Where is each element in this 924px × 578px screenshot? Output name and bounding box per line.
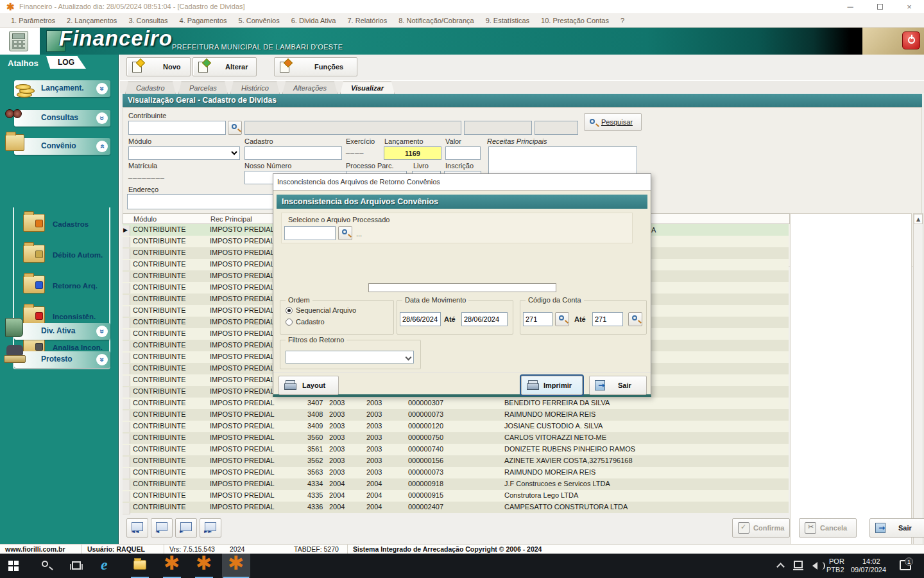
file-explorer-button[interactable] bbox=[126, 554, 154, 578]
menu-item[interactable]: ? bbox=[615, 14, 630, 27]
table-row[interactable]: CONTRIBUINTE IMPOSTO PREDIAL 3561 2003 2… bbox=[123, 444, 789, 455]
menu-item[interactable]: 9. Estatísticas bbox=[480, 14, 535, 27]
app-window-2-button[interactable]: ✱ bbox=[190, 554, 218, 578]
menu-item[interactable]: 5. Convênios bbox=[233, 14, 286, 27]
language-indicator[interactable]: POR PTB2 bbox=[826, 554, 850, 578]
col-rec-principal[interactable]: Rec Principal bbox=[210, 215, 252, 223]
conta-from-input[interactable] bbox=[523, 312, 552, 326]
contribuinte-search-button[interactable] bbox=[228, 121, 242, 135]
alterar-button[interactable]: Alterar bbox=[193, 57, 257, 76]
chevron-down-icon[interactable]: » bbox=[96, 326, 108, 337]
lancamento-input[interactable]: 1169 bbox=[384, 146, 441, 160]
sidebar-group-divida-ativa[interactable]: Div. Ativa » bbox=[14, 323, 110, 340]
valor-input[interactable] bbox=[445, 146, 481, 160]
tab[interactable]: Visualizar bbox=[340, 82, 395, 94]
chevron-down-icon[interactable]: » bbox=[96, 354, 108, 365]
exercicio-input[interactable]: ____ bbox=[346, 146, 379, 160]
table-row[interactable]: CONTRIBUINTE IMPOSTO PREDIAL 4335 2004 2… bbox=[123, 490, 789, 502]
sidebar-group-consultas[interactable]: Consultas » bbox=[14, 110, 110, 127]
funcoes-button[interactable]: Funções bbox=[274, 57, 357, 76]
taskbar-search-button[interactable] bbox=[32, 554, 60, 578]
chevron-down-icon[interactable]: » bbox=[96, 83, 108, 94]
date-from-input[interactable] bbox=[400, 312, 441, 326]
table-row[interactable]: CONTRIBUINTE IMPOSTO PREDIAL 4336 2004 2… bbox=[123, 502, 789, 513]
menu-item[interactable]: 10. Prestação Contas bbox=[535, 14, 615, 27]
layout-button[interactable]: Layout bbox=[278, 376, 339, 395]
notification-center-button[interactable]: 1 bbox=[900, 554, 921, 578]
volume-icon[interactable] bbox=[809, 554, 824, 578]
imprimir-button[interactable]: Imprimir bbox=[521, 376, 583, 395]
log-tab[interactable]: LOG bbox=[46, 56, 86, 69]
clock[interactable]: 14:02 09/07/2024 bbox=[851, 554, 896, 578]
matricula-input[interactable]: ________ bbox=[128, 171, 240, 184]
novo-button[interactable]: Novo bbox=[126, 57, 191, 76]
filtros-select[interactable] bbox=[286, 351, 414, 363]
first-record-button[interactable] bbox=[126, 518, 148, 538]
maximize-button[interactable] bbox=[865, 0, 894, 14]
sidebar-subitem[interactable]: Cadastros bbox=[23, 213, 107, 238]
vertical-scrollbar[interactable]: ▲ ▼ bbox=[913, 213, 923, 568]
dialog-sair-button[interactable]: Sair bbox=[589, 376, 647, 395]
menu-item[interactable]: 3. Consultas bbox=[123, 14, 173, 27]
tray-expand-button[interactable] bbox=[778, 554, 791, 578]
file-input[interactable] bbox=[284, 226, 336, 240]
imprimir-label: Imprimir bbox=[543, 381, 572, 389]
tab[interactable]: Alterações bbox=[282, 82, 338, 94]
dialog-titlebar[interactable]: Insconcistencia dos Arquivos de Retorno … bbox=[273, 174, 651, 191]
date-to-input[interactable] bbox=[461, 312, 508, 326]
sidebar: Atalhos LOG Lançament. » Consultas » Con… bbox=[0, 55, 119, 544]
close-button[interactable]: × bbox=[894, 0, 924, 14]
menu-item[interactable]: 8. Notificação/Cobrança bbox=[393, 14, 479, 27]
table-row[interactable]: CONTRIBUINTE IMPOSTO PREDIAL 3563 2003 2… bbox=[123, 467, 789, 478]
table-row[interactable]: CONTRIBUINTE IMPOSTO PREDIAL 3560 2003 2… bbox=[123, 432, 789, 444]
cadastro-input[interactable] bbox=[244, 146, 342, 160]
minimize-button[interactable]: ─ bbox=[835, 0, 865, 14]
table-row[interactable]: CONTRIBUINTE IMPOSTO PREDIAL 3409 2003 2… bbox=[123, 421, 789, 432]
sair-button[interactable]: Sair bbox=[869, 518, 924, 538]
prev-record-button[interactable] bbox=[151, 518, 173, 538]
start-button[interactable] bbox=[0, 554, 28, 578]
table-row[interactable]: CONTRIBUINTE IMPOSTO PREDIAL 4334 2004 2… bbox=[123, 478, 789, 490]
sidebar-subitem[interactable]: Retorno Arq. bbox=[23, 274, 107, 300]
chevron-up-icon[interactable]: » bbox=[96, 141, 108, 152]
table-row[interactable]: CONTRIBUINTE IMPOSTO PREDIAL 3562 2003 2… bbox=[123, 455, 789, 467]
contribuinte-input[interactable] bbox=[128, 121, 226, 135]
file-search-button[interactable] bbox=[338, 226, 352, 240]
menu-item[interactable]: 7. Relatórios bbox=[341, 14, 393, 27]
prev-record-icon bbox=[156, 522, 167, 531]
pesquisar-button[interactable]: Pesquisar bbox=[584, 113, 642, 131]
last-record-button[interactable] bbox=[200, 518, 221, 538]
inconsistency-dialog: Insconcistencia dos Arquivos de Retorno … bbox=[273, 173, 651, 397]
tab[interactable]: Histórico bbox=[230, 82, 280, 94]
next-record-button[interactable] bbox=[175, 518, 197, 538]
radio-cadastro[interactable] bbox=[286, 319, 293, 326]
row1-text-tail: A bbox=[651, 226, 656, 234]
scroll-up-arrow[interactable]: ▲ bbox=[914, 214, 923, 224]
app-window-1-button[interactable]: ✱ bbox=[158, 554, 186, 578]
conta-to-search-button[interactable] bbox=[628, 312, 642, 326]
tab[interactable]: Parcelas bbox=[178, 82, 228, 94]
conta-to-input[interactable] bbox=[592, 312, 623, 326]
radio-sequencial[interactable] bbox=[286, 307, 293, 314]
power-button[interactable] bbox=[902, 31, 920, 49]
conta-from-search-button[interactable] bbox=[555, 312, 569, 326]
table-row[interactable]: CONTRIBUINTE IMPOSTO PREDIAL 3407 2003 2… bbox=[123, 398, 789, 409]
menu-item[interactable]: 1. Parâmetros bbox=[5, 14, 61, 27]
sidebar-group-lancamento[interactable]: Lançament. » bbox=[14, 80, 110, 97]
sidebar-subitem[interactable]: Débito Autom. bbox=[23, 243, 107, 269]
app-window-3-button[interactable]: ✱ bbox=[222, 554, 250, 578]
menu-item[interactable]: 2. Lançamentos bbox=[61, 14, 123, 27]
col-modulo[interactable]: Módulo bbox=[133, 215, 157, 223]
task-view-button[interactable] bbox=[63, 554, 91, 578]
menu-item[interactable]: 4. Pagamentos bbox=[174, 14, 233, 27]
internet-explorer-button[interactable]: e bbox=[94, 554, 122, 578]
chevron-down-icon[interactable]: » bbox=[96, 112, 108, 124]
sidebar-group-convenio[interactable]: Convênio » bbox=[14, 138, 110, 155]
tab[interactable]: Cadastro bbox=[125, 82, 176, 94]
network-icon[interactable] bbox=[793, 554, 807, 578]
modulo-select[interactable] bbox=[128, 146, 240, 160]
sidebar-group-protesto[interactable]: Protesto » bbox=[14, 351, 110, 368]
printer-icon bbox=[284, 380, 296, 390]
menu-item[interactable]: 6. Divida Ativa bbox=[286, 14, 342, 27]
table-row[interactable]: CONTRIBUINTE IMPOSTO PREDIAL 3408 2003 2… bbox=[123, 409, 789, 421]
